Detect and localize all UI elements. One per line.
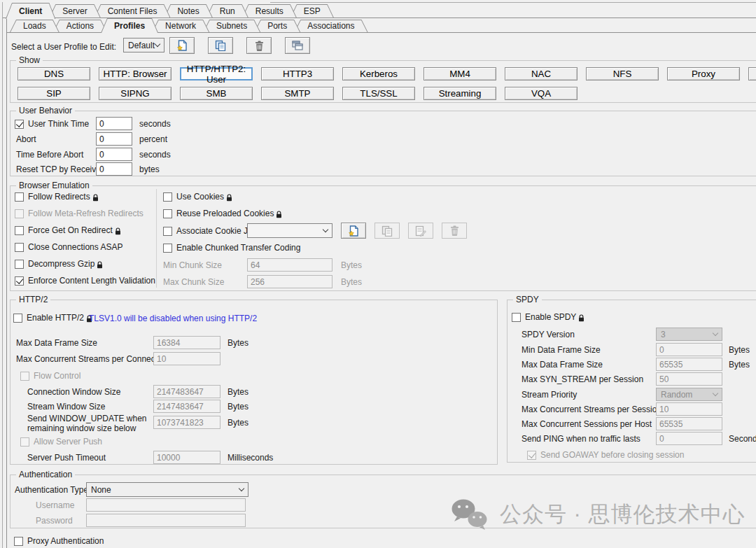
lock-icon	[97, 261, 103, 269]
new-profile-button[interactable]	[169, 37, 195, 54]
frame-left-inner-line	[6, 17, 7, 548]
protocol-button-mm4[interactable]: MM4	[424, 67, 496, 80]
goaway-label: Send GOAWAY before closing session	[540, 450, 684, 460]
tab-profiles[interactable]: Profiles	[101, 18, 158, 33]
spdy-streams-session-label: Max Concurrent Streams per Session	[522, 405, 662, 414]
profile-select-combo[interactable]: Default	[123, 38, 164, 52]
min-chunk-label: Min Chunk Size	[163, 260, 222, 270]
tab-associations[interactable]: Associations	[294, 20, 368, 32]
enable-spdy-checkbox[interactable]	[512, 313, 521, 322]
time-before-abort-input[interactable]	[96, 148, 132, 161]
tab-notes[interactable]: Notes	[164, 4, 212, 17]
reuse-cookies-checkbox[interactable]	[163, 209, 172, 218]
tab-notes-label: Notes	[177, 6, 199, 16]
flow-control-row: Flow Control	[20, 370, 80, 382]
protocol-button-vqa[interactable]: VQA	[505, 87, 578, 100]
tab-ports[interactable]: Ports	[254, 20, 300, 32]
show-group-title: Show	[16, 55, 43, 65]
chevron-down-icon	[713, 391, 718, 396]
protocol-button-http3[interactable]: HTTP3	[261, 67, 334, 80]
stream-window-label: Stream Window Size	[27, 402, 105, 412]
server-push-row: Allow Server Push	[20, 435, 102, 448]
use-cookies-row: Use Cookies	[163, 190, 232, 203]
tab-esp[interactable]: ESP	[290, 4, 334, 17]
tab-network-label: Network	[165, 21, 196, 31]
protocol-button-sip[interactable]: SIP	[18, 87, 90, 100]
tab-loads[interactable]: Loads	[10, 20, 59, 32]
tab-server[interactable]: Server	[49, 4, 100, 17]
proxy-auth-row: Proxy Authentication	[14, 535, 104, 547]
protocol-button-nfs[interactable]: NFS	[586, 67, 659, 80]
copy-icon	[382, 225, 393, 237]
rename-profile-button[interactable]	[285, 37, 310, 54]
follow-redirects-checkbox[interactable]	[15, 192, 24, 202]
user-think-time-input[interactable]	[96, 117, 132, 130]
push-timeout-input	[153, 451, 220, 464]
copy-profile-button[interactable]	[208, 37, 233, 54]
protocol-button-smb[interactable]: SMB	[180, 87, 253, 100]
spdy-streams-session-input	[656, 402, 722, 416]
new-document-star-icon	[177, 40, 188, 51]
tab-actions-label: Actions	[66, 21, 94, 31]
tab-actions[interactable]: Actions	[53, 20, 107, 32]
copy-cookie-jar-button	[374, 223, 400, 239]
http2-max-streams-input	[153, 352, 220, 365]
tab-run[interactable]: Run	[206, 4, 248, 17]
protocol-button-smtp[interactable]: SMTP	[261, 87, 334, 100]
use-cookies-label: Use Cookies	[176, 192, 224, 202]
protocol-button-http-http2-user[interactable]: HTTP/HTTP2: User	[180, 67, 253, 80]
protocol-button-http-browser[interactable]: HTTP: Browser	[99, 67, 172, 80]
spdy-group: SPDY Enable SPDY SPDY Version 3 Min Data…	[507, 300, 756, 463]
protocol-button-tls-ssl[interactable]: TLS/SSL	[342, 87, 415, 100]
tab-network[interactable]: Network	[152, 20, 209, 32]
decompress-gzip-checkbox[interactable]	[15, 260, 24, 269]
reset-tcp-input[interactable]	[96, 162, 132, 176]
protocol-button-dns[interactable]: DNS	[18, 67, 90, 80]
push-timeout-unit: Milliseconds	[227, 453, 273, 463]
reset-tcp-label: Reset TCP by Received	[16, 164, 106, 174]
spdy-max-frame-input	[656, 358, 722, 371]
cookie-jar-checkbox[interactable]	[163, 227, 172, 236]
user-think-time-row: User Think Time	[15, 118, 89, 130]
chunked-checkbox[interactable]	[163, 244, 172, 253]
stream-priority-value: Random	[661, 390, 692, 400]
max-chunk-input	[247, 275, 332, 288]
enable-http2-label: Enable HTTP/2	[27, 313, 84, 323]
abort-input[interactable]	[96, 132, 132, 146]
stream-priority-combo: Random	[656, 388, 722, 401]
proxy-auth-checkbox[interactable]	[14, 537, 23, 546]
protocol-button-proxy[interactable]: Proxy	[667, 67, 740, 80]
meta-refresh-label: Follow Meta-Refresh Redirects	[28, 209, 144, 218]
meta-refresh-row: Follow Meta-Refresh Redirects	[15, 207, 144, 220]
http2-tls-notice: TLSV1.0 will be disabled when using HTTP…	[89, 314, 257, 323]
use-cookies-checkbox[interactable]	[163, 192, 172, 202]
lock-icon	[276, 211, 282, 218]
auth-type-combo[interactable]: None	[86, 482, 248, 497]
delete-profile-button[interactable]	[246, 37, 272, 54]
close-asap-checkbox[interactable]	[15, 243, 24, 252]
enforce-length-checkbox[interactable]	[15, 276, 24, 286]
flow-control-label: Flow Control	[34, 371, 80, 381]
protocol-button-kerberos[interactable]: Kerberos	[342, 67, 415, 80]
server-push-label: Allow Server Push	[34, 437, 102, 447]
user-think-time-checkbox[interactable]	[15, 120, 24, 129]
push-timeout-label: Server Push Timeout	[27, 453, 106, 463]
decompress-gzip-row: Decompress Gzip	[15, 258, 103, 270]
protocol-button-clipped[interactable]	[748, 67, 756, 80]
force-get-checkbox[interactable]	[15, 226, 24, 235]
cookie-jar-combo[interactable]	[247, 223, 332, 238]
enable-http2-checkbox[interactable]	[13, 314, 22, 323]
new-cookie-jar-button[interactable]	[341, 223, 366, 239]
protocol-button-nac[interactable]: NAC	[505, 67, 578, 80]
tab-client[interactable]: Client	[6, 3, 55, 19]
tab-subnets[interactable]: Subnets	[203, 20, 260, 32]
protocol-button-sipng[interactable]: SIPNG	[99, 87, 172, 100]
tab-content-files[interactable]: Content Files	[94, 4, 171, 17]
stream-priority-label: Stream Priority	[522, 390, 577, 400]
tabstrip-secondary: Loads Actions Profiles Network Subnets P…	[10, 18, 362, 34]
auth-type-value: None	[91, 485, 111, 495]
http2-group: HTTP/2 Enable HTTP/2 TLSV1.0 will be dis…	[10, 300, 498, 465]
close-asap-label: Close Connections ASAP	[28, 242, 122, 252]
protocol-button-streaming[interactable]: Streaming	[424, 87, 496, 100]
tab-results[interactable]: Results	[242, 4, 297, 17]
